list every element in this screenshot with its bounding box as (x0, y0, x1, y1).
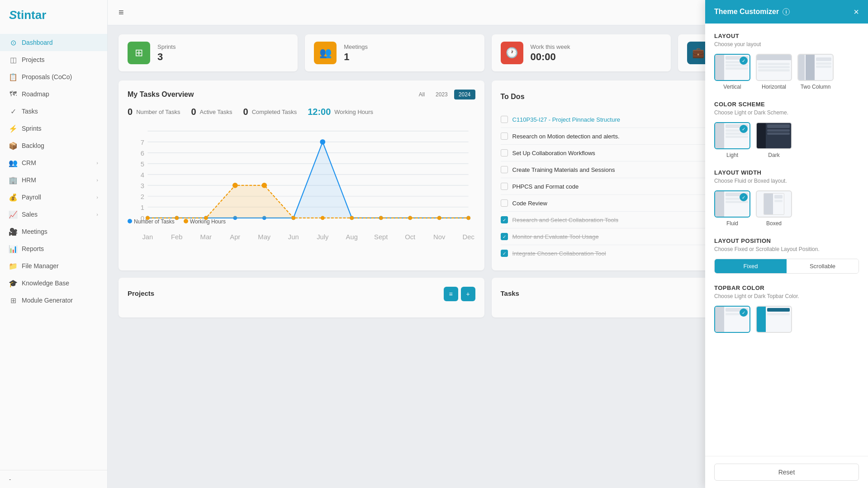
color-scheme-options: ✓ Light (714, 122, 859, 158)
layout-width-fluid[interactable]: ✓ Fluid (714, 190, 750, 227)
boxed-label: Boxed (766, 220, 782, 227)
vertical-label: Vertical (723, 84, 741, 90)
light-check: ✓ (740, 125, 748, 133)
theme-close-button[interactable]: × (854, 7, 859, 16)
topbar-light-check: ✓ (740, 308, 748, 317)
two-column-label: Two Column (801, 84, 831, 90)
layout-width-options: ✓ Fluid (714, 190, 859, 227)
theme-footer: Reset (705, 456, 868, 488)
topbar-light-preview: ✓ (714, 306, 750, 333)
fluid-label: Fluid (726, 220, 738, 227)
topbar-dark[interactable] (756, 306, 792, 333)
horizontal-preview (756, 54, 792, 81)
theme-header: Theme Customizer i × (705, 0, 868, 24)
layout-option-vertical[interactable]: ✓ Vertical (714, 54, 750, 90)
layout-width-subtitle: Choose Fluid or Boxed layout. (714, 178, 859, 184)
color-scheme-section: COLOR SCHEME Choose Light or Dark Scheme… (714, 101, 859, 158)
topbar-color-options: ✓ (714, 306, 859, 333)
topbar-color-section: TOPBAR COLOR Choose Light or Dark Topbar… (714, 284, 859, 333)
layout-position-subtitle: Choose Fixed or Scrollable Layout Positi… (714, 246, 859, 252)
two-column-preview (797, 54, 834, 81)
topbar-color-subtitle: Choose Light or Dark Topbar Color. (714, 293, 859, 299)
dark-label: Dark (768, 152, 779, 158)
scrollable-btn[interactable]: Scrollable (787, 259, 859, 273)
layout-width-section: LAYOUT WIDTH Choose Fluid or Boxed layou… (714, 169, 859, 227)
layout-title: LAYOUT (714, 33, 859, 39)
theme-customizer-panel: Theme Customizer i × LAYOUT Choose your … (705, 0, 868, 488)
theme-info-icon[interactable]: i (783, 8, 790, 15)
layout-width-boxed[interactable]: Boxed (756, 190, 792, 227)
theme-body: LAYOUT Choose your layout ✓ (705, 24, 868, 456)
fixed-btn[interactable]: Fixed (715, 259, 787, 273)
vertical-preview: ✓ (714, 54, 750, 81)
layout-position-title: LAYOUT POSITION (714, 237, 859, 244)
layout-width-title: LAYOUT WIDTH (714, 169, 859, 176)
layout-option-horizontal[interactable]: Horizontal (756, 54, 792, 90)
layout-options: ✓ Vertical (714, 54, 859, 90)
light-label: Light (726, 152, 738, 158)
layout-section: LAYOUT Choose your layout ✓ (714, 33, 859, 90)
fluid-check: ✓ (740, 193, 748, 201)
dark-preview (756, 122, 792, 149)
topbar-color-title: TOPBAR COLOR (714, 284, 859, 291)
position-buttons: Fixed Scrollable (714, 259, 859, 274)
layout-option-two-column[interactable]: Two Column (797, 54, 834, 90)
theme-title: Theme Customizer i (714, 8, 790, 16)
light-preview: ✓ (714, 122, 750, 149)
layout-position-section: LAYOUT POSITION Choose Fixed or Scrollab… (714, 237, 859, 274)
reset-button[interactable]: Reset (714, 464, 859, 481)
overlay (0, 0, 705, 488)
topbar-dark-preview (756, 306, 792, 333)
boxed-preview (756, 190, 792, 218)
color-scheme-light[interactable]: ✓ Light (714, 122, 750, 158)
topbar-light[interactable]: ✓ (714, 306, 750, 333)
color-scheme-subtitle: Choose Light or Dark Scheme. (714, 109, 859, 116)
layout-subtitle: Choose your layout (714, 41, 859, 47)
fluid-preview: ✓ (714, 190, 750, 218)
color-scheme-title: COLOR SCHEME (714, 101, 859, 108)
color-scheme-dark[interactable]: Dark (756, 122, 792, 158)
vertical-check: ✓ (740, 57, 748, 65)
horizontal-label: Horizontal (762, 84, 786, 90)
